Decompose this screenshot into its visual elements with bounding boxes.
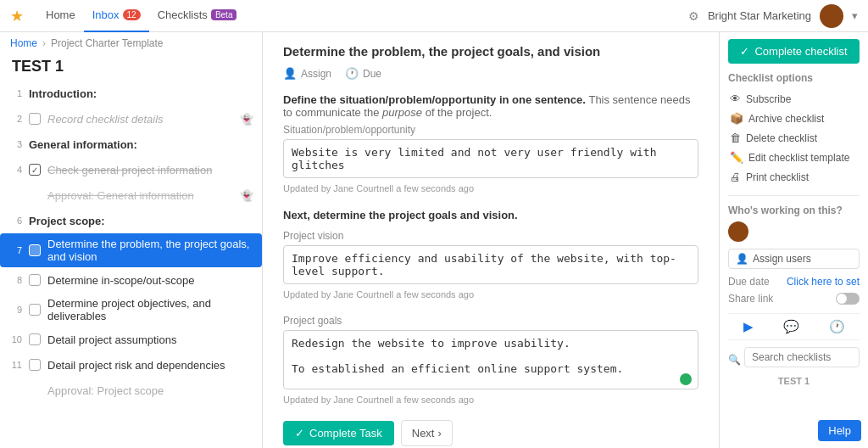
- next-section-title: Next, determine the project goals and vi…: [283, 209, 698, 221]
- working-user-avatar: [728, 221, 748, 242]
- due-date-row: Due date Click here to set: [728, 276, 860, 288]
- checkbox-7[interactable]: [29, 244, 41, 256]
- define-title: Define the situation/problem/opportunity…: [283, 93, 698, 119]
- goals-label: Project goals: [283, 315, 698, 327]
- user-avatars: [728, 221, 860, 242]
- option-subscribe[interactable]: 👁 Subscribe: [728, 89, 860, 109]
- assign-users-button[interactable]: 👤 Assign users: [728, 249, 860, 269]
- check-icon-right: ✓: [740, 45, 749, 58]
- breadcrumb: Home › Project Charter Template: [0, 32, 262, 51]
- comment-icon[interactable]: 💬: [783, 319, 799, 334]
- share-link-toggle[interactable]: [836, 293, 860, 305]
- logo-icon: ★: [10, 7, 24, 25]
- share-link-label: Share link: [728, 293, 773, 305]
- right-panel: ✓ Complete checklist Checklist options 👁…: [720, 32, 868, 448]
- task-row-8[interactable]: 8 Determine in-scope/out-scope: [0, 267, 262, 293]
- checkbox-9[interactable]: [29, 304, 41, 316]
- due-date-set-link[interactable]: Click here to set: [787, 276, 860, 288]
- org-icon: ⚙: [688, 9, 699, 23]
- option-delete[interactable]: 🗑 Delete checklist: [728, 128, 860, 148]
- vision-updated: Updated by Jane Courtnell a few seconds …: [283, 289, 698, 300]
- pencil-icon: ✏️: [730, 151, 743, 164]
- person-icon-right: 👤: [736, 253, 748, 265]
- checkbox-10[interactable]: [29, 333, 41, 345]
- goals-input[interactable]: [283, 330, 698, 389]
- print-icon: 🖨: [730, 171, 741, 183]
- breadcrumb-project: Project Charter Template: [51, 37, 164, 49]
- due-date-label: Due date: [728, 276, 770, 288]
- checkbox-4[interactable]: [29, 164, 41, 176]
- test1-section-label: TEST 1: [728, 376, 860, 386]
- task-row-1[interactable]: 1 Introduction:: [0, 81, 262, 106]
- bottom-bar: ✓ Complete Task Next ›: [283, 420, 698, 446]
- topnav-right: ⚙ Bright Star Marketing ▾: [688, 4, 858, 28]
- situation-label: Situation/problem/opportunity: [283, 124, 698, 136]
- help-button[interactable]: Help: [818, 420, 861, 441]
- task-row-approval-general[interactable]: Approval: General information 👻: [0, 182, 262, 208]
- share-link-row: Share link: [728, 293, 860, 305]
- sidebar: Home › Project Charter Template TEST 1 1…: [0, 32, 263, 448]
- task-row-approval-scope[interactable]: Approval: Project scope: [0, 378, 262, 403]
- task-row-10[interactable]: 10 Detail project assumptions: [0, 327, 262, 352]
- person-icon: 👤: [283, 67, 297, 80]
- breadcrumb-home[interactable]: Home: [10, 37, 37, 49]
- user-avatar[interactable]: [820, 4, 843, 28]
- search-checklists-input[interactable]: [744, 347, 860, 367]
- define-section: Define the situation/problem/opportunity…: [283, 93, 698, 193]
- chevron-right-icon: ›: [437, 427, 441, 440]
- checkbox-8[interactable]: [29, 274, 41, 286]
- whos-working-title: Who's working on this?: [728, 204, 860, 216]
- main-content: Determine the problem, the project goals…: [263, 32, 720, 448]
- option-edit-template[interactable]: ✏️ Edit checklist template: [728, 148, 860, 167]
- nav-inbox[interactable]: Inbox 12: [84, 0, 149, 32]
- option-archive[interactable]: 📦 Archive checklist: [728, 109, 860, 128]
- vision-input[interactable]: Improve efficiency and usability of the …: [283, 245, 698, 284]
- task-row-9[interactable]: 9 Determine project objectives, and deli…: [0, 293, 262, 327]
- situation-updated: Updated by Jane Courtnell a few seconds …: [283, 183, 698, 193]
- sidebar-title: TEST 1: [0, 51, 262, 81]
- archive-icon: 📦: [730, 112, 743, 125]
- check-icon: ✓: [295, 427, 304, 440]
- task-row-2[interactable]: 2 Record checklist details 👻: [0, 106, 262, 132]
- topnav: ★ Home Inbox 12 Checklists Beta ⚙ Bright…: [0, 0, 868, 32]
- dropdown-arrow-icon[interactable]: ▾: [852, 9, 858, 22]
- ghost-icon-2: 👻: [240, 113, 253, 126]
- due-button[interactable]: 🕐 Due: [345, 67, 381, 80]
- inbox-badge: 12: [123, 9, 141, 20]
- checkbox-2[interactable]: [29, 113, 41, 125]
- checklist-options-title: Checklist options: [728, 72, 860, 84]
- task-title: Determine the problem, the project goals…: [283, 44, 698, 59]
- task-row-3[interactable]: 3 General information:: [0, 132, 262, 157]
- clock-icon: 🕐: [345, 67, 359, 80]
- green-dot-icon: [680, 373, 692, 385]
- eye-icon: 👁: [730, 92, 741, 105]
- search-icon: 🔍: [728, 354, 741, 366]
- beta-badge: Beta: [211, 9, 237, 20]
- situation-input[interactable]: Website is very limited and not very use…: [283, 139, 698, 178]
- complete-checklist-button[interactable]: ✓ Complete checklist: [728, 39, 860, 64]
- task-row-11[interactable]: 11 Detail project risk and dependencies: [0, 352, 262, 378]
- nav-home[interactable]: Home: [37, 0, 84, 32]
- goals-section: Project goals Updated by Jane Courtnell …: [283, 315, 698, 405]
- task-row-4[interactable]: 4 Check general project information: [0, 157, 262, 182]
- divider-1: [728, 195, 860, 196]
- next-section-block: Next, determine the project goals and vi…: [283, 209, 698, 300]
- goals-updated: Updated by Jane Courtnell a few seconds …: [283, 395, 698, 405]
- org-name: Bright Star Marketing: [708, 9, 811, 22]
- option-print[interactable]: 🖨 Print checklist: [728, 167, 860, 187]
- main-layout: Home › Project Charter Template TEST 1 1…: [0, 32, 868, 448]
- assign-button[interactable]: 👤 Assign: [283, 67, 331, 80]
- breadcrumb-sep: ›: [42, 37, 46, 49]
- vision-label: Project vision: [283, 230, 698, 242]
- task-row-7[interactable]: 7 Determine the problem, the project goa…: [0, 233, 262, 267]
- task-meta: 👤 Assign 🕐 Due: [283, 67, 698, 80]
- checkbox-11[interactable]: [29, 359, 41, 371]
- complete-task-button[interactable]: ✓ Complete Task: [283, 421, 394, 445]
- ghost-icon-approval: 👻: [240, 189, 253, 202]
- play-icon[interactable]: ▶: [743, 319, 754, 334]
- action-icon-row: ▶ 💬 🕐: [728, 313, 860, 340]
- history-icon[interactable]: 🕐: [829, 319, 845, 334]
- nav-checklists[interactable]: Checklists Beta: [149, 0, 246, 32]
- next-button[interactable]: Next ›: [401, 420, 453, 446]
- task-row-6[interactable]: 6 Project scope:: [0, 208, 262, 233]
